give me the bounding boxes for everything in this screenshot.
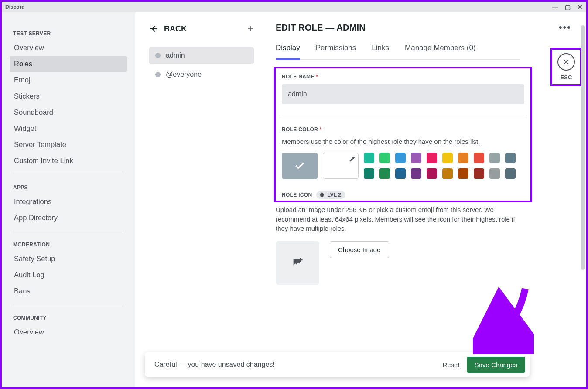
esc-label: ESC xyxy=(561,74,572,81)
color-swatch[interactable] xyxy=(442,168,453,179)
tab-manage-members[interactable]: Manage Members (0) xyxy=(405,44,476,59)
sidebar-item-app-directory[interactable]: App Directory xyxy=(10,210,127,225)
save-changes-button[interactable]: Save Changes xyxy=(467,357,525,373)
sidebar-item-roles[interactable]: Roles xyxy=(10,56,127,72)
color-swatch[interactable] xyxy=(411,153,421,163)
arrow-left-icon xyxy=(149,24,159,34)
sidebar-item-widget[interactable]: Widget xyxy=(10,121,127,136)
choose-image-button[interactable]: Choose Image xyxy=(330,241,389,258)
upload-image-box[interactable] xyxy=(276,241,319,285)
color-swatch[interactable] xyxy=(442,153,453,163)
color-swatch[interactable] xyxy=(505,153,516,163)
editor-tabs: Display Permissions Links Manage Members… xyxy=(276,44,520,60)
role-name: @everyone xyxy=(166,71,202,78)
color-swatch[interactable] xyxy=(489,153,500,163)
role-item-everyone[interactable]: @everyone xyxy=(149,66,254,83)
sidebar-item-audit-log[interactable]: Audit Log xyxy=(10,267,127,283)
color-swatch[interactable] xyxy=(489,168,500,179)
role-icon-label: ROLE ICON xyxy=(282,192,312,198)
sidebar-item-bans[interactable]: Bans xyxy=(10,283,127,299)
close-window-button[interactable]: ✕ xyxy=(578,3,583,10)
color-swatch[interactable] xyxy=(364,168,374,179)
role-color-description: Members use the color of the highest rol… xyxy=(282,137,524,147)
role-icon-description: Upload an image under 256 KB or pick a c… xyxy=(276,205,520,233)
editor-title: EDIT ROLE — ADMIN xyxy=(276,23,366,33)
role-name-label: ROLE NAME * xyxy=(282,74,524,80)
sidebar-category: TEST SERVER xyxy=(10,25,127,39)
role-name-input[interactable] xyxy=(282,84,524,104)
eyedropper-icon xyxy=(349,156,356,163)
color-swatch[interactable] xyxy=(364,153,374,163)
more-menu-button[interactable]: ••• xyxy=(559,22,571,33)
reset-button[interactable]: Reset xyxy=(435,357,466,373)
tab-links[interactable]: Links xyxy=(372,44,389,59)
sidebar-item-safety-setup[interactable]: Safety Setup xyxy=(10,251,127,266)
divider xyxy=(13,304,124,304)
color-swatch[interactable] xyxy=(379,153,390,163)
color-swatch[interactable] xyxy=(411,168,421,179)
maximize-button[interactable]: ▢ xyxy=(565,3,571,10)
sidebar-item-overview[interactable]: Overview xyxy=(10,40,127,55)
role-color-dot xyxy=(155,72,161,77)
scrollbar-thumb[interactable] xyxy=(581,25,585,270)
add-role-button[interactable]: + xyxy=(248,23,254,35)
roles-column: BACK + admin @everyone xyxy=(135,12,261,387)
sidebar-category: APPS xyxy=(10,179,127,193)
add-image-icon xyxy=(291,257,304,269)
color-swatch[interactable] xyxy=(505,168,516,179)
role-color-label: ROLE COLOR * xyxy=(282,126,524,133)
tab-display[interactable]: Display xyxy=(276,44,300,60)
color-swatch[interactable] xyxy=(379,168,390,179)
close-esc-region: ESC xyxy=(552,50,580,84)
unsaved-changes-toast: Careful — you have unsaved changes! Rese… xyxy=(145,352,530,377)
sidebar-item-emoji[interactable]: Emoji xyxy=(10,72,127,88)
divider xyxy=(13,231,124,231)
divider xyxy=(13,174,124,174)
app-title: Discord xyxy=(5,4,25,10)
toast-message: Careful — you have unsaved changes! xyxy=(154,361,275,369)
settings-sidebar: TEST SERVER Overview Roles Emoji Sticker… xyxy=(2,12,135,387)
sidebar-item-soundboard[interactable]: Soundboard xyxy=(10,105,127,120)
color-swatch[interactable] xyxy=(427,168,437,179)
close-button[interactable] xyxy=(557,53,575,71)
color-swatch[interactable] xyxy=(395,153,406,163)
sidebar-category: COMMUNITY xyxy=(10,310,127,324)
sidebar-item-stickers[interactable]: Stickers xyxy=(10,89,127,104)
titlebar: Discord — ▢ ✕ xyxy=(2,2,586,12)
sidebar-item-server-template[interactable]: Server Template xyxy=(10,137,127,152)
tab-permissions[interactable]: Permissions xyxy=(316,44,356,59)
color-swatch[interactable] xyxy=(474,153,484,163)
color-eyedropper-swatch[interactable] xyxy=(323,153,359,179)
sidebar-item-community-overview[interactable]: Overview xyxy=(10,324,127,340)
close-icon xyxy=(563,58,570,65)
role-name: admin xyxy=(166,51,185,59)
color-swatch[interactable] xyxy=(395,168,406,179)
highlighted-region: ROLE NAME * ROLE COLOR * Members use the… xyxy=(276,68,530,201)
boost-level-badge: LVL 2 xyxy=(316,191,345,199)
sidebar-item-custom-invite[interactable]: Custom Invite Link xyxy=(10,153,127,168)
color-default-swatch[interactable] xyxy=(282,153,318,179)
color-swatch[interactable] xyxy=(458,153,468,163)
role-color-dot xyxy=(155,53,161,58)
back-button[interactable]: BACK xyxy=(149,24,187,34)
boost-icon xyxy=(319,192,325,198)
color-swatch[interactable] xyxy=(458,168,468,179)
minimize-button[interactable]: — xyxy=(552,3,558,10)
role-editor: EDIT ROLE — ADMIN ••• Display Permission… xyxy=(261,12,586,387)
sidebar-category: MODERATION xyxy=(10,236,127,250)
sidebar-item-integrations[interactable]: Integrations xyxy=(10,194,127,209)
color-swatch[interactable] xyxy=(474,168,484,179)
check-icon xyxy=(294,160,305,171)
divider xyxy=(282,116,524,116)
color-swatch[interactable] xyxy=(427,153,437,163)
back-label: BACK xyxy=(164,24,187,34)
role-item-admin[interactable]: admin xyxy=(149,47,254,64)
